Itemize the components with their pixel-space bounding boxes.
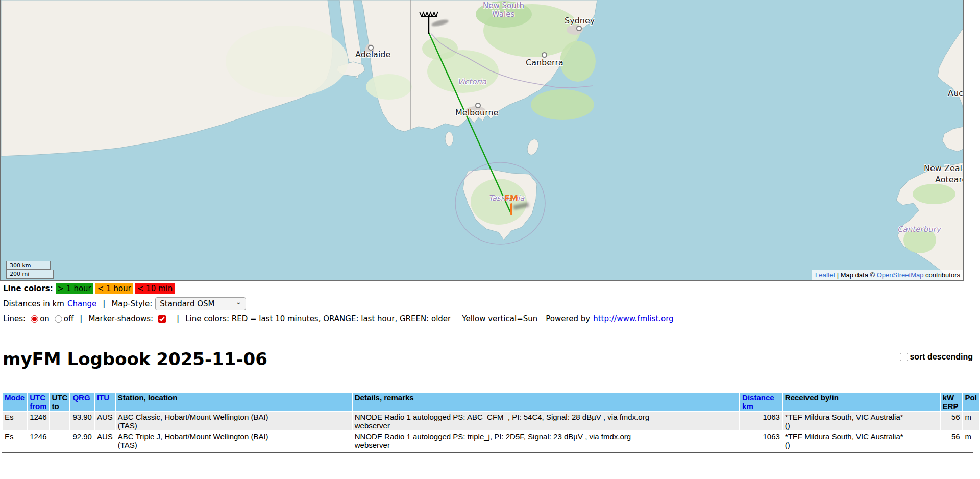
map-attribution: Leaflet | Map data © OpenStreetMap contr…: [812, 270, 963, 280]
cell-qrg: 93.90: [70, 412, 94, 430]
cell-mode: Es: [3, 412, 27, 430]
page-title: myFM Logbook 2025-11-06: [3, 349, 267, 369]
sort-descending-control: sort descending: [898, 351, 973, 363]
map-label-auckland: Auckland: [948, 88, 964, 98]
log-row: Es 1246 93.90 AUS ABC Classic, Hobart/Mo…: [3, 412, 979, 430]
cell-itu: AUS: [95, 412, 115, 430]
separator: |: [103, 299, 105, 308]
leaflet-link[interactable]: Leaflet: [815, 271, 835, 279]
distances-label: Distances in km: [3, 299, 64, 308]
openstreetmap-link[interactable]: OpenStreetMap: [877, 271, 924, 279]
adelaide-dot: [368, 45, 374, 51]
cell-station: ABC Triple J, Hobart/Mount Wellington (B…: [116, 432, 352, 450]
powered-by-label: Powered by: [546, 314, 590, 323]
log-row: Es 1246 92.90 AUS ABC Triple J, Hobart/M…: [3, 432, 979, 450]
cell-utc-from: 1246: [28, 432, 48, 450]
canberra-dot: [542, 52, 547, 58]
line-colors-legend: Line colors:> 1 hour< 1 hour< 10 min: [3, 283, 980, 294]
map-label-canterbury: Canterbury: [897, 225, 941, 234]
lines-on-radio[interactable]: [31, 315, 38, 323]
header-itu: ITU: [95, 393, 115, 411]
legend-chip-green: > 1 hour: [56, 283, 93, 294]
lines-off-label: off: [64, 314, 74, 323]
cell-mode: Es: [3, 432, 27, 450]
marker-shadows-label: Marker-shadows:: [88, 314, 153, 323]
rx-marker-fm-label: FM: [504, 194, 518, 203]
table-bottom-rule: [2, 452, 973, 453]
lines-label: Lines:: [3, 314, 26, 323]
rx-marker[interactable]: [510, 203, 512, 215]
sun-info: Yellow vertical=Sun: [462, 314, 537, 323]
scale-km: 300 km: [6, 261, 51, 270]
cell-pol: m: [963, 432, 979, 450]
map-label-sydney: Sydney: [565, 16, 595, 26]
map-label-aotearoa: Aotearoa: [935, 175, 964, 184]
header-station: Station, location: [116, 393, 352, 411]
cell-qrg: 92.90: [70, 432, 94, 450]
logbook-table: Mode UTCfrom UTCto QRG ITU Station, loca…: [2, 392, 980, 451]
sort-utc-from-link[interactable]: UTCfrom: [30, 393, 46, 411]
header-distance: Distancekm: [740, 393, 782, 411]
attribution-text: | Map data ©: [835, 271, 877, 279]
map-label-new-zealand: New Zealand: [924, 163, 964, 173]
map-label-victoria: Victoria: [457, 77, 486, 86]
sort-descending-checkbox[interactable]: [900, 353, 908, 361]
cell-received: *TEF Mildura South, VIC Australia*(): [783, 432, 940, 450]
sydney-dot: [576, 26, 582, 31]
cell-kw: 56: [941, 432, 962, 450]
map-tiles: [1, 0, 963, 280]
legend-chip-red: < 10 min: [135, 283, 175, 294]
scale-control: 300 km 200 mi: [6, 261, 54, 279]
map-canvas[interactable]: New South Wales Sydney Adelaide Canberra…: [0, 0, 964, 281]
cell-pol: m: [963, 412, 979, 430]
map-label-melbourne: Melbourne: [455, 108, 498, 117]
lines-on-label: on: [40, 314, 50, 323]
header-qrg: QRG: [70, 393, 94, 411]
line-colors-info: Line colors: RED = last 10 minutes, ORAN…: [185, 314, 451, 323]
cell-details: NNODE Radio 1 autologged PS: triple_j, P…: [353, 432, 739, 450]
lines-options-row: Lines: on off | Marker-shadows: | Line c…: [3, 314, 980, 323]
map-style-label: Map-Style:: [111, 299, 152, 308]
marker-shadows-checkbox[interactable]: [158, 315, 166, 323]
melbourne-dot: [475, 103, 481, 108]
cell-distance: 1063: [740, 432, 782, 450]
cell-utc-from: 1246: [28, 412, 48, 430]
cell-received: *TEF Mildura South, VIC Australia*(): [783, 412, 940, 430]
table-header-row: Mode UTCfrom UTCto QRG ITU Station, loca…: [3, 393, 979, 411]
header-kw-erp: kWERP: [941, 393, 962, 411]
sort-itu-link[interactable]: ITU: [97, 393, 109, 402]
sort-qrg-link[interactable]: QRG: [72, 393, 90, 402]
header-pol: Pol: [963, 393, 979, 411]
header-utc-from: UTCfrom: [28, 393, 48, 411]
cell-details: NNODE Radio 1 autologged PS: ABC_CFM_, P…: [353, 412, 739, 430]
header-mode: Mode: [3, 393, 27, 411]
map-style-select[interactable]: Standard OSM: [155, 297, 246, 310]
fmlist-link[interactable]: http://www.fmlist.org: [593, 314, 673, 323]
cell-utc-to: [50, 432, 70, 450]
map-label-new-south-wales-2: Wales: [492, 10, 514, 19]
separator: |: [177, 314, 179, 323]
cell-station: ABC Classic, Hobart/Mount Wellington (BA…: [116, 412, 352, 430]
cell-utc-to: [50, 412, 70, 430]
map-label-adelaide: Adelaide: [355, 50, 390, 59]
cell-kw: 56: [941, 412, 962, 430]
header-received: Received by/in: [783, 393, 940, 411]
legend-title: Line colors:: [3, 284, 53, 293]
sort-descending-label: sort descending: [910, 352, 973, 361]
header-details: Details, remarks: [353, 393, 739, 411]
map-label-canberra: Canberra: [526, 58, 564, 67]
cell-distance: 1063: [740, 412, 782, 430]
cell-itu: AUS: [95, 432, 115, 450]
map-options-row: Distances in km Change | Map-Style: Stan…: [3, 297, 980, 310]
sort-distance-link[interactable]: Distancekm: [742, 393, 774, 411]
sort-mode-link[interactable]: Mode: [5, 393, 24, 402]
map-label-new-south-wales-1: New South: [483, 1, 524, 10]
scale-mi: 200 mi: [6, 270, 54, 279]
attribution-contributors: contributors: [923, 271, 960, 279]
header-utc-to: UTCto: [50, 393, 70, 411]
lines-off-radio[interactable]: [55, 315, 62, 323]
change-distances-link[interactable]: Change: [67, 299, 96, 308]
separator: |: [80, 314, 82, 323]
legend-chip-orange: < 1 hour: [95, 283, 133, 294]
